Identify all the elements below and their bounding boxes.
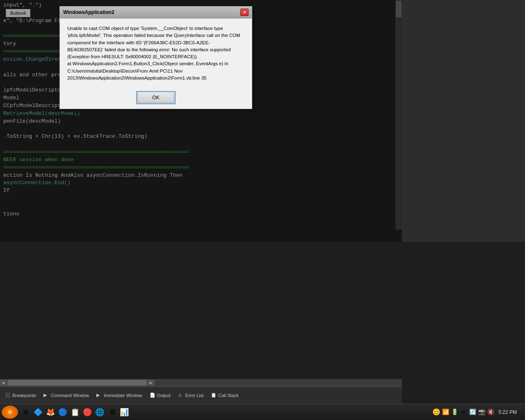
taskbar-app-app4[interactable]: 🔴 xyxy=(82,407,92,417)
taskbar-app-app3[interactable]: 📋 xyxy=(70,407,80,417)
horizontal-scrollbar[interactable]: ◀ ▶ xyxy=(0,379,402,386)
dialog-message: Unable to cast COM object of type 'Syste… xyxy=(67,26,240,80)
start-icon: ⊞ xyxy=(8,409,11,415)
taskbar: ⊞ ⊞🔷🦊🔵📋🔴🌐🖥📊 😊 📶 🔋 ⚙ 🔄 📸 🔇 5:22 PM xyxy=(0,404,525,420)
output-tab-icon: 📄 xyxy=(150,393,155,398)
tab-callstack[interactable]: 📋Call Stack xyxy=(208,391,242,400)
horizontal-scrollbar-thumb[interactable] xyxy=(7,380,147,386)
tab-command[interactable]: ▶Command Window xyxy=(40,391,92,400)
tray-volume: 🔇 xyxy=(487,409,494,416)
dialog-close-button[interactable]: ✕ xyxy=(240,9,249,16)
callstack-tab-label: Call Stack xyxy=(218,393,239,398)
immediate-tab-label: Immediate Window xyxy=(104,393,142,398)
taskbar-app-firefox1[interactable]: 🦊 xyxy=(46,407,55,417)
taskbar-app-app5[interactable]: 🖥 xyxy=(107,407,117,417)
dialog-titlebar: WindowsApplication2 ✕ xyxy=(60,7,252,18)
taskbar-app-app6[interactable]: 📊 xyxy=(119,407,129,417)
breakpoints-tab-icon: ⬛ xyxy=(5,393,11,398)
taskbar-app-app1[interactable]: 🔷 xyxy=(33,407,43,417)
taskbar-apps: ⊞🔷🦊🔵📋🔴🌐🖥📊 xyxy=(20,407,130,417)
command-tab-label: Command Window xyxy=(51,393,89,398)
scroll-left-arrow[interactable]: ◀ xyxy=(0,380,7,386)
taskbar-app-start[interactable]: ⊞ xyxy=(21,407,31,417)
scroll-right-arrow[interactable]: ▶ xyxy=(148,380,154,386)
tray-network: 📶 xyxy=(442,409,449,416)
output-tab-label: Output xyxy=(157,393,171,398)
tray-icon6: 📸 xyxy=(478,409,485,416)
tray-smiley: 😊 xyxy=(433,409,440,416)
tab-breakpoints[interactable]: ⬛Breakpoints xyxy=(2,391,39,400)
tab-error[interactable]: ⚠Error List xyxy=(175,391,207,400)
callstack-tab-icon: 📋 xyxy=(211,393,217,398)
tray-icon3: 🔋 xyxy=(451,409,458,416)
error-dialog: WindowsApplication2 ✕ Unable to cast COM… xyxy=(59,6,252,109)
dialog-footer: OK xyxy=(60,88,252,109)
error-tab-icon: ⚠ xyxy=(178,393,184,398)
tray-icon5: 🔄 xyxy=(469,409,476,416)
start-button[interactable]: ⊞ xyxy=(2,406,18,419)
tray-icon4: ⚙ xyxy=(460,409,467,416)
taskbar-clock: 5:22 PM xyxy=(495,409,520,415)
error-tab-label: Error List xyxy=(185,393,204,398)
tab-output[interactable]: 📄Output xyxy=(146,391,174,400)
dialog-ok-button[interactable]: OK xyxy=(137,92,174,103)
ide-right-panel xyxy=(402,0,525,242)
dialog-body: Unable to cast COM object of type 'Syste… xyxy=(60,18,252,88)
taskbar-app-firefox2[interactable]: 🔵 xyxy=(58,407,68,417)
command-tab-icon: ▶ xyxy=(43,393,49,398)
dialog-title: WindowsApplication2 xyxy=(63,9,114,15)
bottom-panel: ⬛Breakpoints▶Command Window▶Immediate Wi… xyxy=(0,386,402,404)
system-tray: 😊 📶 🔋 ⚙ 🔄 📸 🔇 5:22 PM xyxy=(429,404,523,420)
taskbar-app-ie[interactable]: 🌐 xyxy=(95,407,105,417)
tab-immediate[interactable]: ▶Immediate Window xyxy=(93,391,146,400)
immediate-tab-icon: ▶ xyxy=(96,393,102,398)
breakpoints-tab-label: Breakpoints xyxy=(12,393,36,398)
